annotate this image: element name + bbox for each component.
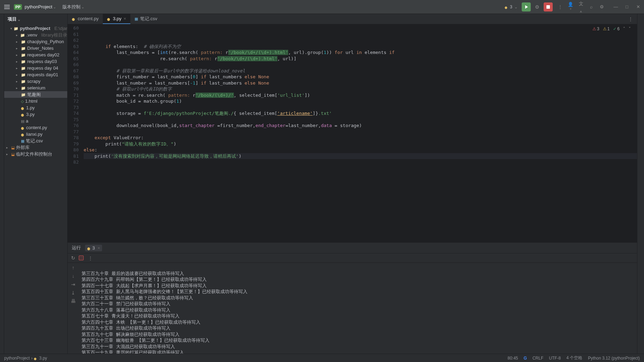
scroll-bottom-icon[interactable]: ↓ xyxy=(72,273,75,279)
editor-area: content.py 3.py× 笔记.csv ⋮ 3 1 6 ˄ ˅ 6061… xyxy=(68,14,637,354)
search-icon[interactable]: ⌕ xyxy=(588,4,595,9)
tabs-more-icon[interactable]: ⋮ xyxy=(627,14,637,24)
run-config-tab[interactable]: 3 × xyxy=(85,245,102,251)
menu-icon[interactable] xyxy=(3,3,11,11)
tree-folder[interactable]: ▸requess day 04 xyxy=(4,65,67,71)
run-more-icon[interactable]: ⋮ xyxy=(87,255,93,261)
warnings-count[interactable]: 1 xyxy=(603,26,610,31)
stop-button[interactable] xyxy=(544,2,553,11)
code-with-me-icon[interactable]: 👤⁺ xyxy=(567,2,574,12)
print-icon[interactable]: 🖶 xyxy=(71,298,76,304)
run-label[interactable]: 运行 xyxy=(72,245,81,251)
tree-folder[interactable]: ▸selenium xyxy=(4,85,67,91)
tab-csv[interactable]: 笔记.csv xyxy=(130,14,161,24)
tree-folder[interactable]: ▸chaojiying_Python xyxy=(4,38,67,45)
prev-highlight-icon[interactable]: ˄ xyxy=(623,26,625,31)
tree-file-py[interactable]: 3.py xyxy=(4,111,67,118)
inspections-widget[interactable]: 3 1 6 ˄ ˅ xyxy=(592,26,631,31)
python-interpreter[interactable]: Python 3.12 (pythonProject) xyxy=(588,356,640,361)
close-icon[interactable]: ✕ xyxy=(635,4,641,9)
code-content[interactable]: if elements: # 确保列表不为空 last_numbers = [i… xyxy=(84,24,637,242)
tree-root[interactable]: ▾pythonProject E:\django\py xyxy=(4,25,67,32)
tree-folder[interactable]: ▸requess day03 xyxy=(4,58,67,65)
tree-folder[interactable]: ▸Driver_Notes xyxy=(4,45,67,52)
tree-file-py[interactable]: content.py xyxy=(4,124,67,131)
tab-close-icon[interactable]: × xyxy=(124,16,127,21)
tree-file-csv[interactable]: 笔记.csv xyxy=(4,137,67,144)
console-output[interactable]: 第三百九十章 最后的选拔赛已经获取成功等待写入第四百六十九章 药帮韩闲【第二更！… xyxy=(79,263,637,354)
statusbar: pythonProject › 3.py 80:45 G CRLF UTF-8 … xyxy=(0,354,644,362)
version-control-menu[interactable]: 版本控制 xyxy=(62,4,84,10)
tree-folder[interactable]: ▸scrapy xyxy=(4,78,67,85)
tree-venv[interactable]: ▸.venv library根目录 xyxy=(4,32,67,38)
tree-scratches[interactable]: ▸临时文件和控制台 xyxy=(4,151,67,157)
run-button[interactable] xyxy=(522,2,531,11)
project-tree[interactable]: ▾pythonProject E:\django\py ▸.venv libra… xyxy=(4,24,67,354)
file-encoding[interactable]: UTF-8 xyxy=(549,356,561,361)
titlebar: PP pythonProject 版本控制 3 ⋮ 👤⁺ 文A ⌕ ⚙ — □ … xyxy=(0,0,644,14)
tree-folder[interactable]: ▸requests day01 xyxy=(4,71,67,78)
more-icon[interactable]: ⋮ xyxy=(557,4,563,9)
tree-file-html[interactable]: 1.html xyxy=(4,98,67,104)
editor-tabs: content.py 3.py× 笔记.csv ⋮ xyxy=(68,14,637,24)
tree-folder[interactable]: ▸requeses day02 xyxy=(4,52,67,58)
project-badge: PP xyxy=(14,4,22,10)
typos-count[interactable]: 6 xyxy=(613,26,620,31)
soft-wrap-icon[interactable]: ⇥ xyxy=(71,282,75,287)
maximize-icon[interactable]: □ xyxy=(624,4,630,9)
tree-file-py[interactable]: lianxi.py xyxy=(4,131,67,137)
scroll-to-end-icon[interactable]: ⤓ xyxy=(71,290,75,296)
tab-content-py[interactable]: content.py xyxy=(68,14,103,24)
console-toolbar: ↑ ↓ ⇥ ⤓ 🖶 xyxy=(68,263,79,354)
next-highlight-icon[interactable]: ˅ xyxy=(629,26,631,31)
minimize-icon[interactable]: — xyxy=(613,4,619,9)
indent-settings[interactable]: 4 个空格 xyxy=(566,355,582,361)
gutter: 6061626364656667686970717273747576777879… xyxy=(68,24,84,242)
tree-external-libs[interactable]: ▸外部库 xyxy=(4,144,67,151)
tree-file-txt[interactable]: a xyxy=(4,118,67,124)
project-tool-window: 项目 ▾pythonProject E:\django\py ▸.venv li… xyxy=(4,14,68,354)
tree-folder-selected[interactable]: 笔趣阁 xyxy=(4,91,67,98)
caret-position[interactable]: 80:45 xyxy=(508,356,518,361)
run-config-selector[interactable]: 3 xyxy=(505,5,518,9)
scroll-top-icon[interactable]: ↑ xyxy=(72,265,75,270)
stop-run-icon[interactable] xyxy=(79,255,84,260)
line-separator[interactable]: CRLF xyxy=(532,356,543,361)
left-stripe xyxy=(0,14,4,354)
right-stripe xyxy=(637,14,644,354)
errors-count[interactable]: 3 xyxy=(592,26,599,31)
tab-3-py[interactable]: 3.py× xyxy=(103,14,130,24)
debug-button[interactable] xyxy=(535,4,539,10)
project-header[interactable]: 项目 xyxy=(4,14,67,24)
run-tool-window: 运行 3 × ⋮ ↑ ↓ ⇥ ⤓ 🖶 第三百九十章 最后的选拔赛已经获取成功等待… xyxy=(68,242,637,354)
tree-file-py[interactable]: 1.py xyxy=(4,104,67,111)
rerun-icon[interactable] xyxy=(71,255,75,261)
language-icon[interactable]: 文A xyxy=(578,1,584,13)
settings-icon[interactable]: ⚙ xyxy=(599,4,605,9)
breadcrumb[interactable]: pythonProject › 3.py xyxy=(4,356,47,361)
google-icon[interactable]: G xyxy=(524,356,527,361)
project-selector[interactable]: pythonProject xyxy=(25,4,56,9)
code-editor[interactable]: 3 1 6 ˄ ˅ 606162636465666768697071727374… xyxy=(68,24,637,242)
